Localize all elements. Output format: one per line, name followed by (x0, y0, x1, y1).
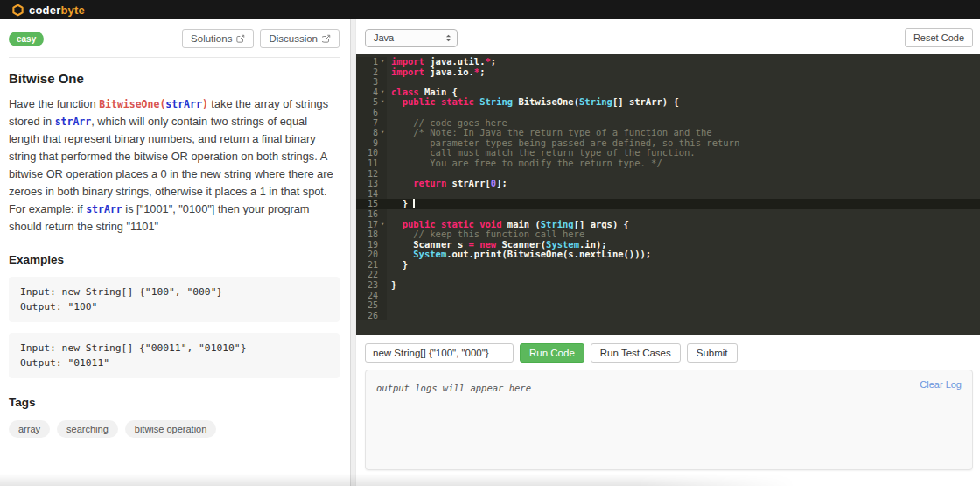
code-line[interactable]: 25 (356, 300, 980, 311)
line-number: 15 (356, 199, 378, 209)
line-number: 16 (356, 209, 378, 220)
reset-code-button[interactable]: Reset Code (905, 28, 973, 47)
fold-arrow-icon[interactable]: ▾ (378, 97, 387, 108)
inline-code: strArr (55, 116, 92, 128)
line-number: 3 (356, 77, 378, 88)
code-text: } (387, 260, 408, 271)
solutions-button[interactable]: Solutions (182, 29, 254, 48)
tag-pill[interactable]: searching (57, 420, 118, 438)
code-text: } (387, 199, 415, 209)
discussion-button[interactable]: Discussion (260, 29, 340, 48)
fold-gutter (378, 229, 387, 240)
coderbyte-hexagon-icon (11, 4, 24, 17)
line-number: 9 (356, 138, 378, 149)
coderbyte-logo[interactable]: coderbyte (11, 2, 85, 18)
header-divider (9, 57, 340, 58)
fold-gutter (378, 209, 387, 220)
panel-resize-divider[interactable] (350, 19, 356, 486)
example-line: Output: "100" (20, 299, 328, 314)
tag-pill[interactable]: array (9, 420, 50, 438)
code-line[interactable]: 20 System.out.print(BitwiseOne(s.nextLin… (356, 250, 980, 260)
challenge-input[interactable] (365, 343, 514, 363)
run-controls: Run Code Run Test Cases Submit (356, 335, 980, 363)
clear-log-link[interactable]: Clear Log (920, 379, 962, 390)
fold-arrow-icon[interactable]: ▾ (378, 128, 387, 138)
fold-gutter (378, 300, 387, 311)
example-line: Output: "01011" (20, 356, 328, 370)
code-line[interactable]: 24 (356, 291, 980, 301)
examples-list: Input: new String[] {"100", "000"}Output… (9, 277, 340, 378)
code-line[interactable]: 22 (356, 270, 980, 280)
fold-gutter (378, 108, 387, 118)
fold-arrow-icon[interactable]: ▾ (378, 88, 387, 98)
run-test-cases-button[interactable]: Run Test Cases (591, 343, 681, 363)
language-select[interactable]: Java (365, 29, 458, 47)
line-number: 21 (356, 260, 378, 271)
fold-gutter (378, 199, 387, 209)
fold-gutter (378, 169, 387, 180)
fold-gutter (378, 189, 387, 200)
code-line[interactable]: 26 (356, 311, 980, 321)
line-number: 22 (356, 270, 378, 280)
code-text: import java.io.*; (387, 67, 486, 78)
code-line[interactable]: 14 (356, 189, 980, 200)
inline-code: BitwiseOne( (99, 98, 165, 110)
line-number: 10 (356, 148, 378, 158)
code-text: } (387, 280, 396, 291)
line-number: 7 (356, 118, 378, 129)
editor-toolbar: Java Reset Code (356, 19, 980, 54)
example-line: Input: new String[] {"100", "000"} (20, 285, 328, 299)
line-number: 1 (356, 57, 378, 67)
tags-list: arraysearchingbitwise operation (9, 414, 340, 438)
fold-gutter (378, 138, 387, 149)
fold-gutter (378, 260, 387, 271)
tag-pill[interactable]: bitwise operation (125, 420, 217, 438)
line-number: 13 (356, 179, 378, 189)
fold-gutter (378, 158, 387, 169)
code-text: public static String BitwiseOne(String[]… (387, 97, 679, 108)
challenge-description: Have the function BitwiseOne(strArr) tak… (9, 95, 340, 236)
fold-gutter (378, 291, 387, 301)
code-line[interactable]: 23} (356, 280, 980, 291)
run-code-button[interactable]: Run Code (520, 343, 584, 363)
code-line[interactable]: 5▾ public static String BitwiseOne(Strin… (356, 97, 980, 108)
submit-button[interactable]: Submit (687, 343, 738, 363)
external-link-icon (322, 34, 331, 43)
line-number: 6 (356, 108, 378, 118)
code-text (387, 311, 391, 321)
inline-code: ) (202, 98, 208, 110)
output-log-panel: output logs will appear here Clear Log (365, 370, 973, 470)
code-text: You are free to modify the return type. … (387, 158, 662, 169)
fold-arrow-icon[interactable]: ▾ (378, 220, 387, 230)
tags-heading: Tags (9, 396, 340, 409)
line-number: 12 (356, 169, 378, 180)
code-line[interactable]: 13 return strArr[0]; (356, 179, 980, 189)
description-text: Have the function (9, 97, 99, 110)
fold-gutter (378, 240, 387, 250)
logo-text: coderbyte (29, 2, 85, 18)
line-number: 23 (356, 280, 378, 291)
fold-arrow-icon[interactable]: ▾ (378, 57, 387, 67)
code-editor[interactable]: 1▾import java.util.*;2import java.io.*;3… (356, 54, 980, 335)
description-text: , which will only contain two strings of… (9, 115, 333, 215)
code-line[interactable]: 2import java.io.*; (356, 67, 980, 78)
language-select-value: Java (374, 32, 394, 43)
fold-gutter (378, 67, 387, 78)
fold-gutter (378, 148, 387, 158)
code-line[interactable]: 21 } (356, 260, 980, 271)
line-number: 4 (356, 88, 378, 98)
code-line[interactable]: 15 } (356, 199, 980, 209)
line-number: 17 (356, 220, 378, 230)
code-text: System.out.print(BitwiseOne(s.nextLine()… (387, 250, 651, 260)
logo-coder: coder (29, 4, 60, 17)
solutions-label: Solutions (191, 33, 232, 44)
example-line: Input: new String[] {"00011", "01010"} (20, 341, 328, 356)
code-line[interactable]: 11 You are free to modify the return typ… (356, 158, 980, 169)
fold-gutter (378, 118, 387, 129)
fold-gutter (378, 270, 387, 280)
code-text (387, 291, 391, 301)
line-number: 19 (356, 240, 378, 250)
discussion-label: Discussion (269, 33, 318, 44)
fold-gutter (378, 250, 387, 260)
examples-heading: Examples (9, 253, 340, 266)
